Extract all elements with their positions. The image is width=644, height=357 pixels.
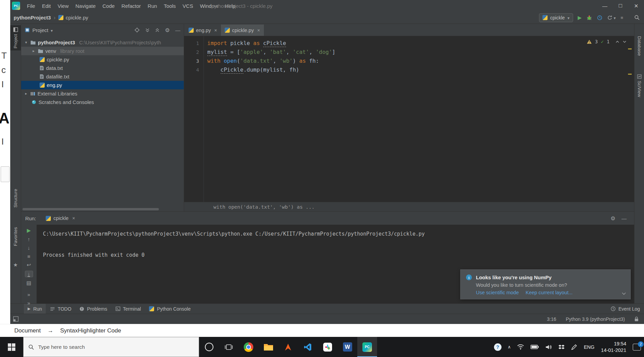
hide-panel-icon[interactable] — [621, 215, 627, 221]
error-stripe-mark[interactable] — [628, 48, 632, 49]
close-icon[interactable] — [72, 215, 75, 221]
taskbar-chrome-icon[interactable] — [239, 337, 258, 357]
python-interpreter-widget[interactable]: Python 3.9 (pythonProject3) — [566, 316, 625, 322]
profiler-button[interactable] — [597, 15, 602, 20]
start-button[interactable] — [0, 337, 23, 357]
taskbar-explorer-icon[interactable] — [258, 337, 278, 357]
tool-tab-favorites[interactable]: Favorites — [10, 225, 21, 248]
menu-item-view[interactable]: View — [54, 0, 72, 12]
caret-position-widget[interactable]: 3:16 — [547, 316, 556, 322]
tree-item-cpickle-py[interactable]: cpickle.py — [21, 55, 184, 64]
tree-item-external-libraries[interactable]: External Libraries — [21, 89, 184, 98]
down-stack-trace-icon[interactable]: ↓ — [25, 245, 33, 251]
menu-item-edit[interactable]: Edit — [39, 0, 54, 12]
tool-button-todo[interactable]: TODO — [46, 304, 75, 314]
cortana-button[interactable] — [199, 337, 219, 357]
minimize-button[interactable] — [597, 0, 613, 12]
tree-item-venv[interactable]: venv library root — [21, 47, 184, 55]
scroll-to-end-icon[interactable]: ↓ — [25, 271, 33, 277]
more-actions-icon[interactable]: » — [25, 300, 33, 306]
chevron-down-icon[interactable] — [621, 292, 626, 295]
taskbar-clock[interactable]: 19:54 14-01-2021 — [598, 341, 630, 354]
prev-problem-icon[interactable] — [615, 41, 619, 43]
collapse-all-icon[interactable] — [155, 28, 160, 32]
run-button[interactable] — [578, 15, 582, 21]
up-stack-trace-icon[interactable]: ↑ — [25, 236, 33, 242]
debug-button[interactable] — [586, 15, 592, 20]
numpy-notification[interactable]: Looks like you're using NumPy Would you … — [460, 269, 631, 299]
show-hidden-icons-button[interactable] — [505, 337, 514, 357]
tool-tab-database[interactable]: Database — [634, 34, 644, 58]
battery-icon[interactable] — [527, 337, 542, 357]
settings-gear-icon[interactable] — [165, 27, 170, 33]
close-icon[interactable] — [257, 28, 260, 33]
search-input[interactable] — [38, 344, 194, 350]
taskbar-search[interactable] — [23, 337, 199, 357]
close-button[interactable] — [628, 0, 644, 12]
expand-all-icon[interactable] — [145, 28, 150, 32]
breadcrumb-project[interactable]: pythonProject3 — [14, 15, 51, 20]
taskbar-slack-icon[interactable] — [318, 337, 338, 357]
tree-item-datafile-txt[interactable]: datafile.txt — [21, 72, 184, 81]
tree-item-pythonproject3[interactable]: pythonProject3 C:\Users\KIIT\PycharmProj… — [21, 38, 184, 47]
taskbar-pycharm-icon[interactable]: PC — [357, 337, 377, 357]
tree-item-scratches[interactable]: Scratches and Consoles — [21, 98, 184, 106]
use-scientific-mode-link[interactable]: Use scientific mode — [476, 289, 519, 296]
rerun-button[interactable]: ▶ — [25, 227, 33, 234]
project-view-select[interactable]: Project — [25, 27, 53, 33]
menu-item-vcs[interactable]: VCS — [179, 0, 197, 12]
chevron-right-icon[interactable] — [24, 91, 28, 96]
more-actions-icon[interactable]: » — [25, 292, 33, 297]
dropbox-icon[interactable] — [555, 337, 568, 357]
tool-tab-structure[interactable]: Structure — [10, 187, 21, 210]
menu-item-run[interactable]: Run — [144, 0, 161, 12]
breadcrumb-file[interactable]: cpickle.py — [58, 15, 88, 20]
error-stripe-mark[interactable] — [628, 74, 632, 75]
inspections-widget[interactable]: 3 1 — [587, 39, 627, 44]
tab-eng-py[interactable]: eng.py — [185, 25, 221, 36]
menu-item-refactor[interactable]: Refactor — [118, 0, 144, 12]
menu-item-file[interactable]: File — [24, 0, 39, 12]
code-text[interactable]: import pickle as cPickle mylist = ['appl… — [204, 36, 634, 202]
console-settings-icon[interactable]: ▤ — [25, 280, 33, 286]
taskbar-vscode-icon[interactable] — [298, 337, 318, 357]
taskbar-kite-icon[interactable] — [278, 337, 298, 357]
volume-icon[interactable] — [542, 337, 555, 357]
soft-wrap-icon[interactable]: ↩ — [25, 262, 33, 268]
star-icon[interactable]: ★ — [10, 262, 21, 268]
next-problem-icon[interactable] — [623, 41, 627, 43]
tool-window-switcher-icon[interactable] — [13, 316, 19, 322]
menu-item-code[interactable]: Code — [99, 0, 118, 12]
run-coverage-button[interactable] — [607, 15, 616, 20]
chevron-right-icon[interactable] — [31, 49, 36, 53]
maximize-button[interactable] — [613, 0, 628, 12]
help-tray-icon[interactable] — [491, 337, 505, 357]
tool-button-terminal[interactable]: Terminal — [112, 304, 145, 314]
event-log-button[interactable]: Event Log — [611, 306, 640, 312]
tool-button-problems[interactable]: Problems — [76, 304, 111, 314]
tree-item-eng-py[interactable]: eng.py — [21, 81, 184, 89]
chevron-down-icon[interactable] — [24, 40, 28, 45]
tool-tab-sciview[interactable]: SciView — [634, 72, 644, 99]
menu-item-tools[interactable]: Tools — [161, 0, 179, 12]
action-center-button[interactable]: 2 — [630, 337, 644, 357]
code-editor[interactable]: 1 2 3 4 import pickle as cPickle mylist … — [184, 36, 634, 202]
stop-button[interactable]: ■ — [25, 253, 33, 259]
taskbar-word-icon[interactable]: W — [338, 337, 357, 357]
lock-icon[interactable] — [634, 316, 639, 322]
pen-icon[interactable] — [568, 337, 581, 357]
code-line-1[interactable]: import pickle as cPickle — [207, 39, 634, 48]
stop-button[interactable] — [620, 15, 623, 20]
task-view-button[interactable] — [219, 337, 239, 357]
locate-file-icon[interactable] — [134, 27, 140, 33]
hide-panel-icon[interactable] — [175, 27, 180, 33]
settings-gear-icon[interactable] — [611, 215, 615, 222]
wifi-icon[interactable] — [514, 337, 527, 357]
run-configuration-select[interactable]: cpickle — [539, 13, 573, 22]
code-line-4[interactable]: cPickle.dump(mylist, fh) — [207, 65, 634, 74]
close-icon[interactable] — [214, 28, 217, 33]
search-everywhere-icon[interactable] — [634, 15, 640, 20]
tab-cpickle-py[interactable]: cpickle.py — [221, 25, 264, 36]
tool-button-python-console[interactable]: Python Console — [145, 304, 194, 314]
language-indicator[interactable]: ENG — [581, 337, 597, 357]
